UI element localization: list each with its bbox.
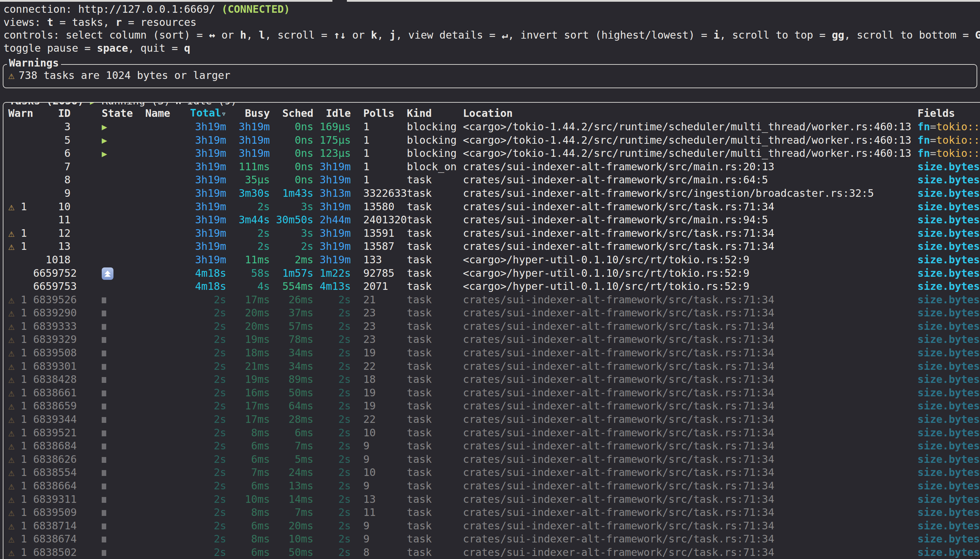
task-row[interactable]: 83h19m35µs0ns3h19m1taskcrates/sui-indexe… xyxy=(8,174,980,187)
idle-duration: 2s xyxy=(338,307,351,319)
task-row[interactable]: ⚠ 168393442s17ms28ms2s22taskcrates/sui-i… xyxy=(8,413,980,426)
task-row[interactable]: 10183h19m11ms2ms3h19m133task<cargo>/hype… xyxy=(8,253,980,267)
task-row[interactable]: ⚠ 1133h19m2s2s3h19m13587taskcrates/sui-i… xyxy=(8,240,980,253)
task-row[interactable]: 5▶3h19m3h19m0ns175µs1blocking<cargo>/tok… xyxy=(8,134,980,147)
column-header-busy[interactable]: Busy xyxy=(226,107,270,120)
column-header-name[interactable]: Name xyxy=(145,107,189,120)
task-row[interactable]: 73h19m111ms0ns3h19m1block_oncrates/sui-i… xyxy=(8,160,980,174)
sched-duration: 28ms xyxy=(289,413,313,425)
cell-sched: 34ms xyxy=(270,346,313,360)
task-row[interactable]: ⚠ 168393332s20ms57ms2s23taskcrates/sui-i… xyxy=(8,320,980,333)
cell-idle: 2s xyxy=(313,333,351,346)
task-row[interactable]: ⚠ 168387142s6ms20ms2s9taskcrates/sui-ind… xyxy=(8,519,980,533)
field-value: tokio::r xyxy=(936,121,980,133)
cell-busy: 20ms xyxy=(226,320,270,333)
task-row[interactable]: ⚠ 168393292s19ms78ms2s23taskcrates/sui-i… xyxy=(8,333,980,346)
connection-url: http://127.0.0.1:6669/ xyxy=(78,3,221,15)
cell-id: 6659752 xyxy=(33,267,70,280)
cell-kind: task xyxy=(407,373,463,386)
task-row[interactable]: ⚠ 168385542s7ms24ms2s10taskcrates/sui-in… xyxy=(8,466,980,480)
task-row[interactable]: ⚠ 168386642s6ms13ms2s9taskcrates/sui-ind… xyxy=(8,480,980,493)
cell-kind: task xyxy=(407,253,463,267)
completed-icon xyxy=(102,337,106,343)
task-row[interactable]: ⚠ 168384282s19ms89ms2s18taskcrates/sui-i… xyxy=(8,373,980,386)
task-row[interactable]: ⚠ 168395092s8ms7ms2s11taskcrates/sui-ind… xyxy=(8,506,980,519)
task-row[interactable]: ⚠ 168392902s20ms37ms2s23taskcrates/sui-i… xyxy=(8,306,980,320)
cell-polls: 23 xyxy=(357,333,407,346)
column-header-total[interactable]: Total▿ xyxy=(189,106,226,121)
task-row[interactable]: 6▶3h19m3h19m0ns123µs1blocking<cargo>/tok… xyxy=(8,147,980,160)
cell-idle: 2s xyxy=(313,293,351,307)
task-row[interactable]: ⚠ 168385022s6ms50ms2s8taskcrates/sui-ind… xyxy=(8,546,980,559)
column-header-state[interactable]: State xyxy=(102,107,145,120)
cell-total: 3h19m xyxy=(189,120,226,134)
warning-icon: ⚠ xyxy=(8,227,15,239)
task-row[interactable]: ⚠ 168386262s6ms5ms2s9taskcrates/sui-inde… xyxy=(8,453,980,466)
cell-polls: 19 xyxy=(357,346,407,360)
cell-fields: size.bytes= xyxy=(917,280,980,293)
cell-polls: 133 xyxy=(357,253,407,267)
column-header-warn[interactable]: Warn xyxy=(8,107,33,120)
warning-icon: ⚠ xyxy=(8,320,15,332)
idle-duration: 2s xyxy=(338,466,351,478)
task-row[interactable]: ⚠ 168386842s6ms7ms2s9taskcrates/sui-inde… xyxy=(8,440,980,453)
cell-sched: 2ms xyxy=(270,253,313,267)
cell-busy: 17ms xyxy=(226,399,270,413)
cell-busy: 7ms xyxy=(226,466,270,480)
cell-location: crates/sui-indexer-alt-framework/src/tas… xyxy=(463,493,917,506)
task-row[interactable]: ⚠ 168395082s18ms34ms2s19taskcrates/sui-i… xyxy=(8,346,980,360)
cell-state xyxy=(102,546,145,559)
task-row[interactable]: 3▶3h19m3h19m0ns169µs1blocking<cargo>/tok… xyxy=(8,120,980,134)
task-row[interactable]: 113h19m3m44s30m50s2h44m2401320taskcrates… xyxy=(8,213,980,227)
task-row[interactable]: 93h19m3m30s1m43s3h13m3322633taskcrates/s… xyxy=(8,187,980,200)
task-row[interactable]: ⚠ 168395262s17ms26ms2s21taskcrates/sui-i… xyxy=(8,293,980,307)
running-icon: ▶ xyxy=(90,102,96,106)
key-hint: k xyxy=(371,29,377,41)
busy-duration: 35µs xyxy=(245,174,270,186)
cell-location: <cargo>/hyper-util-0.1.10/src/rt/tokio.r… xyxy=(463,253,917,267)
task-row[interactable]: ⚠ 1123h19m2s3s3h19m13591taskcrates/sui-i… xyxy=(8,227,980,240)
cell-polls: 92785 xyxy=(357,267,407,280)
warning-icon: ⚠ xyxy=(8,506,15,518)
total-duration: 2s xyxy=(214,294,226,306)
task-row[interactable]: ⚠ 168393112s10ms14ms2s13taskcrates/sui-i… xyxy=(8,493,980,506)
cell-warn: ⚠ 1 xyxy=(8,453,33,466)
column-header-kind[interactable]: Kind xyxy=(407,107,463,120)
column-header-idle[interactable]: Idle xyxy=(313,107,351,120)
busy-duration: 3h19m xyxy=(238,134,270,146)
task-row[interactable]: 66597524m18s58s1m57s1m22s92785task<cargo… xyxy=(8,267,980,280)
cell-warn: ⚠ 1 xyxy=(8,346,33,360)
task-row[interactable]: ⚠ 1103h19m2s3s3h19m13580taskcrates/sui-i… xyxy=(8,200,980,214)
busy-duration: 6ms xyxy=(251,480,270,492)
warning-icon: ⚠ xyxy=(8,69,15,81)
cell-polls: 23 xyxy=(357,320,407,333)
cell-idle: 2s xyxy=(313,440,351,453)
field-key: size.bytes xyxy=(917,347,980,359)
column-header-sched[interactable]: Sched xyxy=(270,107,313,120)
cell-id: 6838674 xyxy=(33,533,70,546)
task-row[interactable]: ⚠ 168386742s8ms10ms2s9taskcrates/sui-ind… xyxy=(8,533,980,546)
cell-state xyxy=(102,293,145,307)
idle-duration: 2s xyxy=(338,520,351,532)
task-row[interactable]: 66597534m18s4s554ms4m13s2071task<cargo>/… xyxy=(8,280,980,293)
tasks-title-text: Tasks (2056) xyxy=(9,102,90,107)
cell-total: 2s xyxy=(189,440,226,453)
task-row[interactable]: ⚠ 168395212s8ms6ms2s10taskcrates/sui-ind… xyxy=(8,426,980,440)
cell-state xyxy=(102,267,145,280)
cell-kind: task xyxy=(407,306,463,320)
column-header-polls[interactable]: Polls xyxy=(357,107,407,120)
task-row[interactable]: ⚠ 168393012s21ms34ms2s22taskcrates/sui-i… xyxy=(8,360,980,373)
column-header-loc[interactable]: Location xyxy=(463,107,917,120)
column-header-id[interactable]: ID xyxy=(33,107,70,120)
hint-text: , quit = xyxy=(128,42,184,54)
task-row[interactable]: ⚠ 168386592s17ms64ms2s19taskcrates/sui-i… xyxy=(8,399,980,413)
completed-icon xyxy=(102,457,106,463)
field-key: fn xyxy=(917,121,930,133)
cell-idle: 2s xyxy=(313,413,351,426)
column-header-fields[interactable]: Fields xyxy=(917,107,980,120)
cell-warn: ⚠ 1 xyxy=(8,320,33,333)
field-key: size.bytes xyxy=(917,320,980,332)
cell-idle: 2s xyxy=(313,519,351,533)
task-row[interactable]: ⚠ 168386612s16ms50ms2s19taskcrates/sui-i… xyxy=(8,386,980,400)
cell-warn: ⚠ 1 xyxy=(8,519,33,533)
